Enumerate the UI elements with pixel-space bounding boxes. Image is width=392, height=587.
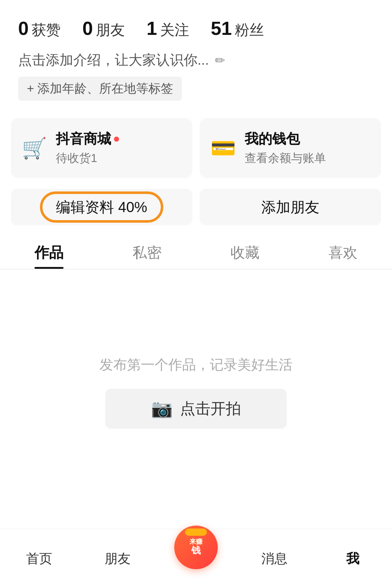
stat-likes: 0 获赞 <box>18 17 61 40</box>
edit-profile-inner: 编辑资料 40% <box>11 189 192 225</box>
stat-followers: 51 粉丝 <box>211 17 264 40</box>
shop-card[interactable]: 🛒 抖音商城 待收货1 <box>11 118 192 178</box>
wallet-sub: 查看余额与账单 <box>245 150 326 166</box>
shop-info: 抖音商城 待收货1 <box>56 130 119 166</box>
earn-badge-inner: 来赚 钱 <box>189 538 203 556</box>
camera-icon: 📷 <box>151 398 173 419</box>
empty-text: 发布第一个作品，记录美好生活 <box>99 356 293 374</box>
add-tag-button[interactable]: + 添加年龄、所在地等标签 <box>18 77 182 101</box>
add-tag-label: + 添加年龄、所在地等标签 <box>27 80 173 97</box>
stat-following: 1 关注 <box>147 17 189 40</box>
edit-profile-button[interactable]: 编辑资料 40% <box>11 189 192 225</box>
friends-label: 朋友 <box>96 20 125 40</box>
wallet-title-text: 我的钱包 <box>245 130 300 148</box>
action-row: 编辑资料 40% 添加朋友 <box>11 189 381 225</box>
page-wrapper: 0 获赞 0 朋友 1 关注 51 粉丝 点击添加介绍，让大家认识你... ✏ … <box>0 0 392 587</box>
friends-count: 0 <box>82 17 93 39</box>
earn-badge[interactable]: 来赚 钱 <box>174 526 218 569</box>
earn-badge-bottom: 钱 <box>191 545 201 556</box>
tab-likes-label: 喜欢 <box>328 243 358 263</box>
edit-bio-icon[interactable]: ✏ <box>215 53 225 68</box>
capture-btn-label: 点击开拍 <box>180 398 241 419</box>
services-row: 🛒 抖音商城 待收货1 💳 我的钱包 查看余额与账单 <box>11 118 381 178</box>
earn-badge-top: 来赚 <box>189 538 203 545</box>
bio-text-content: 点击添加介绍，让大家认识你... <box>18 51 209 69</box>
tab-likes[interactable]: 喜欢 <box>294 236 392 269</box>
wallet-title: 我的钱包 <box>245 130 326 148</box>
shop-title-text: 抖音商城 <box>56 130 111 148</box>
bio-section: 点击添加介绍，让大家认识你... ✏ + 添加年龄、所在地等标签 <box>0 47 392 104</box>
nav-messages[interactable]: 消息 <box>235 529 314 587</box>
start-capture-button[interactable]: 📷 点击开拍 <box>105 389 287 429</box>
following-count: 1 <box>147 17 157 39</box>
tabs-row: 作品 私密 收藏 喜欢 <box>0 236 392 270</box>
nav-me[interactable]: 我 <box>314 529 392 587</box>
bio-text-row[interactable]: 点击添加介绍，让大家认识你... ✏ <box>18 51 374 69</box>
nav-home-label: 首页 <box>26 550 52 568</box>
followers-label: 粉丝 <box>235 20 264 40</box>
wallet-info: 我的钱包 查看余额与账单 <box>245 130 326 166</box>
stat-friends: 0 朋友 <box>82 17 125 40</box>
tab-private[interactable]: 私密 <box>98 236 196 269</box>
tab-favorites[interactable]: 收藏 <box>196 236 294 269</box>
tab-works[interactable]: 作品 <box>0 236 98 269</box>
tab-favorites-label: 收藏 <box>230 243 260 263</box>
nav-friends-label: 朋友 <box>105 550 131 568</box>
add-friend-label: 添加朋友 <box>261 197 319 217</box>
nav-friends[interactable]: 朋友 <box>78 529 157 587</box>
following-label: 关注 <box>160 20 189 40</box>
shop-sub: 待收货1 <box>56 150 119 166</box>
stats-row: 0 获赞 0 朋友 1 关注 51 粉丝 <box>0 0 392 47</box>
bottom-nav: 首页 朋友 来赚 钱 消息 我 <box>0 529 392 587</box>
nav-messages-label: 消息 <box>261 550 287 568</box>
shop-dot <box>114 137 119 142</box>
shop-icon: 🛒 <box>22 136 47 160</box>
nav-earn[interactable]: 来赚 钱 <box>157 537 235 580</box>
add-friend-button[interactable]: 添加朋友 <box>200 189 381 225</box>
nav-me-label: 我 <box>346 550 359 568</box>
wallet-card[interactable]: 💳 我的钱包 查看余额与账单 <box>200 118 381 178</box>
shop-title: 抖音商城 <box>56 130 119 148</box>
followers-count: 51 <box>211 17 232 39</box>
likes-label: 获赞 <box>32 20 61 40</box>
likes-count: 0 <box>18 17 29 39</box>
nav-home[interactable]: 首页 <box>0 529 78 587</box>
edit-profile-label: 编辑资料 40% <box>56 197 147 217</box>
wallet-icon: 💳 <box>211 136 236 160</box>
tab-works-label: 作品 <box>34 243 64 263</box>
tab-private-label: 私密 <box>132 243 162 263</box>
